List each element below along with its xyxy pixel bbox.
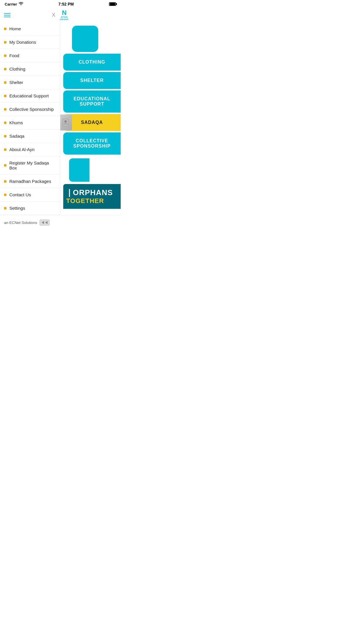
sidebar-item-label: Register My Sadaqa Box [9, 160, 56, 170]
sidebar-item-label: About Al-Ayn [9, 147, 34, 152]
sidebar-item-food[interactable]: Food [0, 49, 60, 62]
home-tile[interactable] [72, 26, 98, 52]
status-battery [109, 2, 116, 6]
sidebar-item-label: Educational Support [9, 93, 49, 98]
svg-rect-2 [40, 220, 50, 225]
home-tile-wrapper [60, 22, 121, 52]
clothing-tile-label: CLOTHING [79, 60, 106, 65]
orphans-line2: TOGETHER [66, 197, 118, 205]
bullet-icon [4, 28, 6, 30]
logo-letter: N [62, 10, 66, 16]
sidebar-item-educational-support[interactable]: Educational Support [0, 89, 60, 103]
right-panel: CLOTHING SHELTER EDUCATIONAL SUPPORT [60, 22, 121, 215]
collective-tile-label2: SPONSORSHIP [73, 144, 110, 148]
sidebar-item-ramadhan-packages[interactable]: Ramadhan Packages [0, 175, 60, 188]
sidebar-item-settings[interactable]: Settings [0, 202, 60, 215]
svg-point-1 [64, 120, 67, 123]
sidebar-item-label: Collective Sponsorship [9, 107, 54, 112]
sidebar-item-shelter[interactable]: Shelter [0, 76, 60, 89]
bullet-icon [4, 108, 6, 111]
bullet-icon [4, 194, 6, 196]
sadaqa-tile-label: SADAQA [81, 120, 103, 125]
sidebar-item-label: Ramadhan Packages [9, 179, 51, 184]
hamburger-menu-button[interactable] [4, 13, 10, 17]
logo-subtitle2: ORSHIP [60, 18, 68, 21]
app-footer: an ECNet Solutions [0, 215, 121, 230]
sidebar-item-contact-us[interactable]: Contact Us [0, 188, 60, 202]
header-center: X N ATION ORSHIP [52, 10, 69, 21]
sidebar-item-sadaqa[interactable]: Sadaqa [0, 130, 60, 143]
sadaqa-tile[interactable]: SADAQA [63, 114, 121, 131]
bullet-icon [4, 207, 6, 209]
footer-text: an ECNet Solutions [4, 220, 37, 225]
orphans-text1: ❘ORPHANS [66, 188, 113, 197]
sidebar-item-label: Sadaqa [9, 134, 24, 139]
main-layout: Home My Donations Food Clothing Shelter … [0, 22, 121, 215]
bullet-icon [4, 148, 6, 151]
orphans-banner[interactable]: ❘ORPHANS TOGETHER [63, 184, 121, 209]
shelter-tile-label: SHELTER [80, 78, 103, 83]
small-bottom-tile-wrapper [60, 156, 121, 184]
sidebar-item-label: Settings [9, 206, 25, 211]
status-time: 7:52 PM [58, 2, 74, 6]
bullet-icon [4, 41, 6, 43]
educational-support-tile-label: EDUCATIONAL SUPPORT [66, 96, 118, 107]
sidebar-item-label: Clothing [9, 66, 25, 71]
sidebar-item-label: Home [9, 26, 21, 31]
bullet-icon [4, 180, 6, 183]
sidebar-item-label: Food [9, 53, 19, 58]
orphans-line1: ❘ORPHANS [66, 188, 118, 197]
app-logo: N ATION ORSHIP [60, 10, 68, 21]
bullet-icon [4, 95, 6, 97]
sidebar-item-label: Contact Us [9, 192, 31, 197]
sidebar-item-label: Khums [9, 120, 23, 125]
sidebar-menu: Home My Donations Food Clothing Shelter … [0, 22, 60, 215]
sidebar-item-home[interactable]: Home [0, 22, 60, 36]
sidebar-item-about-al-ayn[interactable]: About Al-Ayn [0, 143, 60, 156]
carrier-label: Carrier [5, 2, 17, 6]
sidebar-item-label: My Donations [9, 40, 36, 45]
sadaqa-image [60, 115, 72, 131]
collective-label-container: COLLECTIVE SPONSORSHIP [73, 138, 110, 149]
sidebar-item-clothing[interactable]: Clothing [0, 62, 60, 76]
sidebar-item-register-sadaqa-box[interactable]: Register My Sadaqa Box [0, 156, 60, 175]
small-bottom-tile[interactable] [69, 158, 89, 182]
close-button[interactable]: X [52, 13, 55, 18]
bullet-icon [4, 164, 6, 167]
shelter-tile[interactable]: SHELTER [63, 72, 121, 89]
bullet-icon [4, 135, 6, 137]
battery-icon [109, 2, 116, 6]
tiles-container: CLOTHING SHELTER EDUCATIONAL SUPPORT [60, 22, 121, 209]
app-header: X N ATION ORSHIP [0, 8, 121, 22]
sidebar-item-khums[interactable]: Khums [0, 116, 60, 130]
collective-sponsorship-tile[interactable]: COLLECTIVE SPONSORSHIP [63, 132, 121, 155]
bullet-icon [4, 55, 6, 57]
status-carrier: Carrier [5, 2, 23, 6]
sidebar-item-my-donations[interactable]: My Donations [0, 36, 60, 49]
orphans-text2: TOGETHER [66, 197, 104, 204]
status-bar: Carrier 7:52 PM [0, 0, 121, 8]
ecnet-logo-icon [39, 219, 50, 226]
sidebar-item-collective-sponsorship[interactable]: Collective Sponsorship [0, 103, 60, 116]
bullet-icon [4, 68, 6, 70]
bullet-icon [4, 122, 6, 124]
logo-subtitle1: ATION [61, 16, 68, 18]
collective-tile-label1: COLLECTIVE [76, 138, 108, 143]
wifi-icon [19, 2, 23, 6]
clothing-tile[interactable]: CLOTHING [63, 54, 121, 71]
educational-support-tile[interactable]: EDUCATIONAL SUPPORT [63, 90, 121, 113]
sidebar-item-label: Shelter [9, 80, 23, 85]
sadaqa-image-inner [60, 115, 72, 131]
bullet-icon [4, 81, 6, 84]
